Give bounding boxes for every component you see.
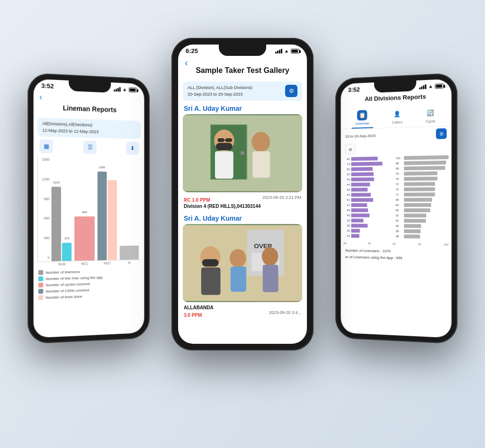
center-back-button[interactable]: ‹: [185, 57, 188, 68]
svg-rect-5: [215, 151, 234, 179]
sample1-rc: RC 1.0 PPM: [184, 197, 210, 203]
h-bar-row-2: 73 96: [343, 161, 449, 166]
sample2-date: 2023-09-20 3:4...: [269, 310, 301, 315]
tab-cans[interactable]: 👤 CAN's: [388, 107, 406, 127]
left-subtitle-bar: All(Divisions),All(Sections) 12-May-2023…: [37, 117, 141, 139]
right-date-text: 23 to 20-Sep-2023: [345, 134, 376, 139]
battery-icon: [129, 87, 137, 92]
chart-legend: Number of linemens Number of line man us…: [34, 264, 144, 305]
sample1-person: Sri A. Uday Kumar: [178, 101, 307, 114]
bar-group-ncc2: 1355: [97, 171, 117, 260]
tab-cans-label: CAN's: [392, 120, 402, 125]
bar-n: [119, 246, 139, 260]
sample2-info: ALLABANDA 3.0 PPM 2023-09-20 3:4...: [178, 302, 307, 321]
sample2-rc: 3.0 PPM: [184, 313, 202, 318]
right-screen: 3:52 ▲ All Divisions Reports 📋: [341, 79, 451, 338]
signal-icon: [114, 87, 121, 92]
center-filter-text: ALL (Division), ALL(Sub Divisions) 20-Se…: [188, 84, 252, 98]
center-battery-icon: [291, 49, 299, 54]
bar-ncc1-cycles: 664: [74, 216, 94, 261]
footer-linemans-app: er of Linemans using the App : 696: [345, 254, 447, 263]
svg-rect-8: [252, 151, 270, 178]
bar-nlm-app: 275: [62, 242, 72, 261]
svg-rect-10: [225, 138, 232, 142]
chart-grid: 0 300 600 900 1200 1500 1115 275: [37, 156, 141, 262]
right-filter-icon[interactable]: ⚙: [436, 128, 447, 139]
legend-dot-cycles: [38, 283, 43, 287]
expand-icon[interactable]: ⊕: [345, 144, 355, 154]
right-tabs: 📋 Lineman 👤 CAN's 🔄 Cycle: [341, 102, 451, 129]
center-filter-bar: ALL (Division), ALL(Sub Divisions) 20-Se…: [183, 81, 302, 101]
left-back-button[interactable]: ‹: [39, 92, 42, 102]
center-screen: 6:25 ▲ ‹ Sample Taker Test Gallery: [178, 45, 307, 344]
sample2-photo: OVER: [183, 224, 302, 302]
svg-rect-6: [216, 143, 233, 150]
h-bar-row-16: 19 38: [343, 234, 449, 239]
h-bar-row-6: 44 71: [343, 182, 449, 187]
right-wifi-icon: ▲: [428, 83, 433, 89]
h-bar-row-7: 38 71: [343, 187, 449, 192]
legend-label-cycles: Number of cycles covered: [45, 282, 90, 287]
photo1-svg: [183, 114, 302, 192]
center-header: ‹ Sample Taker Test Gallery: [178, 55, 307, 79]
legend-dot-app: [38, 276, 43, 281]
center-wifi-icon: ▲: [284, 48, 289, 54]
photo2-svg: OVER: [183, 224, 302, 302]
svg-rect-18: [201, 267, 221, 295]
bar-group-ncc1: 664: [74, 216, 94, 261]
wifi-icon: ▲: [123, 87, 127, 92]
legend-label-cans: Number of CANs covered: [45, 288, 89, 294]
sample2-person: Sri A. Uday Kumar: [178, 211, 307, 224]
cans-tab-icon: 👤: [392, 108, 402, 119]
right-time: 3:52: [348, 86, 360, 93]
legend-label-linemens: Number of linemens: [45, 269, 80, 275]
list-icon[interactable]: ☰: [83, 141, 97, 154]
center-phone: 6:25 ▲ ‹ Sample Taker Test Gallery: [171, 38, 314, 350]
sample1-info: RC 1.0 PPM 2023-09-20 2:21 PM Division 4…: [178, 192, 307, 211]
left-time: 3:52: [41, 82, 54, 90]
bar-chart-icon[interactable]: ▦: [39, 139, 53, 153]
right-title: All Divisions Reports: [365, 93, 426, 102]
right-footer: Number of Linemans : 1070 er of Linemans…: [341, 245, 451, 265]
bar-nlm-linemens: 1115: [52, 187, 61, 261]
tab-cycle-label: Cycle: [426, 119, 435, 124]
h-bar-row-4: 52 76: [343, 171, 449, 176]
legend-dot-linemens: [38, 270, 43, 275]
cycle-tab-icon: 🔄: [425, 108, 436, 118]
h-bar-row-11: 40 60: [343, 208, 449, 212]
legend-label-tests: Number of tests done: [45, 294, 82, 300]
h-bar-row-15: 20 39: [343, 229, 449, 233]
center-filter-icon[interactable]: ⚙: [285, 85, 297, 97]
svg-point-7: [251, 132, 270, 152]
download-icon[interactable]: ⬇: [126, 142, 139, 155]
svg-point-3: [241, 151, 244, 155]
bar-group-nlm: 1115 275: [52, 187, 72, 261]
left-notch: [69, 81, 111, 93]
svg-point-20: [230, 249, 246, 268]
h-bar-row-12: 43 52: [343, 214, 449, 218]
right-phone: 3:52 ▲ All Divisions Reports 📋: [335, 73, 458, 344]
center-notch: [219, 45, 266, 56]
legend-dot-tests: [38, 295, 43, 300]
photo1-placeholder: [183, 114, 302, 192]
center-status-icons: ▲: [275, 48, 299, 54]
tab-cycle[interactable]: 🔄 Cycle: [422, 105, 440, 126]
svg-rect-21: [231, 267, 246, 292]
scene: 3:52 ▲ ‹ Lineman Reports All(Divis: [0, 0, 485, 448]
tab-lineman[interactable]: 📋 Lineman: [352, 108, 373, 129]
y-axis: 0 300 600 900 1200 1500: [38, 156, 50, 261]
right-battery-icon: [435, 83, 443, 89]
right-notch: [374, 81, 416, 93]
left-header: ‹ Lineman Reports: [34, 90, 144, 118]
sample1-date: 2023-09-20 2:21 PM: [262, 195, 301, 200]
svg-point-22: [262, 247, 278, 266]
h-bar-row-8: 46 71: [343, 192, 449, 197]
h-bar-row-5: 54 76: [343, 177, 449, 181]
bar-ncc2-tests: [108, 180, 117, 260]
svg-rect-23: [263, 265, 278, 292]
right-status-icons: ▲: [419, 83, 444, 89]
svg-rect-9: [218, 138, 225, 142]
bar-group-n: [119, 246, 139, 260]
left-screen: 3:52 ▲ ‹ Lineman Reports All(Divis: [34, 79, 144, 338]
svg-rect-19: [202, 259, 219, 267]
